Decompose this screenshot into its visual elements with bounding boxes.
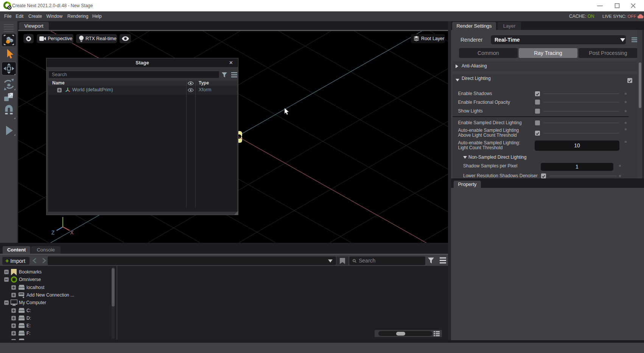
- svg-text:Z: Z: [51, 230, 55, 236]
- svg-text:X: X: [70, 230, 74, 236]
